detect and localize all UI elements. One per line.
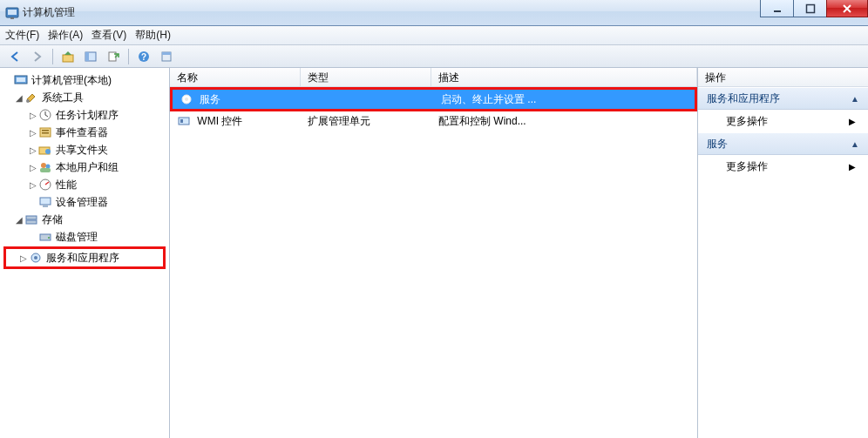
client-area: 计算机管理(本地) ◢ 系统工具 ▷ 任务计划程序 ▷ 事件查看器 ▷ 共享文件 [0,68,868,438]
help-button[interactable]: ? [134,48,153,65]
toolbar: ? [0,45,868,68]
actions-group-services[interactable]: 服务 ▲ [698,132,868,155]
svg-rect-18 [42,130,49,131]
tree-disk-management[interactable]: 磁盘管理 [2,228,167,246]
actions-group-services-apps[interactable]: 服务和应用程序 ▲ [698,87,868,110]
tree-storage[interactable]: ◢ 存储 [2,211,167,228]
performance-icon [38,178,52,192]
list-header: 名称 类型 描述 [170,68,697,87]
tree-event-viewer[interactable]: ▷ 事件查看器 [2,124,167,141]
properties-button[interactable] [157,48,176,65]
column-desc[interactable]: 描述 [431,68,697,86]
computer-icon [14,73,28,87]
chevron-up-icon: ▲ [851,139,859,149]
tree-device-manager[interactable]: 设备管理器 [2,193,167,211]
menu-action[interactable]: 操作(A) [48,28,83,43]
app-icon [5,6,19,20]
highlight-services-row: 服务 启动、终止并设置 ... [170,87,697,111]
svg-point-35 [185,98,188,101]
tree-label: 存储 [42,212,63,227]
tree-pane: 计算机管理(本地) ◢ 系统工具 ▷ 任务计划程序 ▷ 事件查看器 ▷ 共享文件 [0,68,170,438]
list-row-wmi[interactable]: WMI 控件 扩展管理单元 配置和控制 Wind... [170,111,697,131]
tools-icon [24,91,38,104]
expand-icon[interactable]: ▷ [28,180,38,190]
item-label: 更多操作 [726,114,768,129]
cell-text: 配置和控制 Wind... [438,115,526,127]
svg-rect-2 [10,17,14,19]
expand-icon[interactable]: ▷ [28,128,38,138]
menubar: 文件(F) 操作(A) 查看(V) 帮助(H) [0,26,868,45]
expand-icon[interactable]: ▷ [28,111,38,120]
svg-rect-4 [806,4,814,12]
submenu-arrow-icon: ▶ [849,117,856,126]
tree-shared-folders[interactable]: ▷ 共享文件夹 [2,141,167,158]
svg-rect-3 [774,10,781,12]
group-label: 服务 [707,137,728,152]
event-icon [38,125,52,139]
svg-rect-5 [63,55,73,62]
storage-icon [24,212,38,226]
svg-rect-14 [17,77,25,82]
column-type[interactable]: 类型 [301,68,431,86]
menu-view[interactable]: 查看(V) [92,28,126,43]
expand-icon[interactable]: ▷ [18,253,29,263]
tree-label: 磁盘管理 [56,230,98,245]
tree-label: 计算机管理(本地) [31,73,112,88]
cell-text: 启动、终止并设置 ... [441,93,536,105]
group-label: 服务和应用程序 [707,91,780,106]
tree-label: 系统工具 [42,91,84,105]
nav-back-button[interactable] [5,48,24,65]
device-icon [38,195,52,209]
svg-rect-19 [42,132,49,134]
svg-rect-29 [26,220,37,224]
column-name[interactable]: 名称 [170,68,301,86]
cell-text: WMI 控件 [197,115,242,127]
services-icon [29,251,43,265]
tree-label: 事件查看器 [56,125,108,140]
wmi-icon [177,114,191,128]
gear-icon [180,92,193,106]
collapse-icon[interactable]: ◢ [14,93,24,103]
highlight-services-apps: ▷ 服务和应用程序 [3,246,166,269]
show-hide-tree-button[interactable] [81,48,100,65]
tree-services-apps[interactable]: ▷ 服务和应用程序 [6,249,163,266]
tree-task-scheduler[interactable]: ▷ 任务计划程序 [2,106,167,124]
expand-icon[interactable]: ▷ [28,163,38,172]
cell-text: 扩展管理单元 [308,115,370,127]
menu-file[interactable]: 文件(F) [5,28,39,43]
expand-icon[interactable]: ▷ [28,145,38,155]
window-title: 计算机管理 [23,5,75,20]
maximize-button[interactable] [793,0,826,17]
export-button[interactable] [104,48,123,65]
list-row-services[interactable]: 服务 启动、终止并设置 ... [173,90,695,109]
tree-system-tools[interactable]: ◢ 系统工具 [2,89,167,106]
item-label: 更多操作 [726,159,768,174]
close-button[interactable] [826,0,868,17]
tree-label: 共享文件夹 [56,143,108,158]
cell-text: 服务 [200,93,220,105]
svg-rect-7 [85,52,89,61]
svg-rect-28 [26,216,37,219]
navigation-tree: 计算机管理(本地) ◢ 系统工具 ▷ 任务计划程序 ▷ 事件查看器 ▷ 共享文件 [0,68,169,273]
submenu-arrow-icon: ▶ [849,162,856,172]
tree-label: 设备管理器 [56,195,108,210]
tree-root[interactable]: 计算机管理(本地) [2,71,167,89]
collapse-icon[interactable]: ◢ [14,215,24,225]
svg-rect-37 [180,119,183,123]
svg-rect-12 [162,52,171,55]
up-button[interactable] [58,48,78,65]
menu-help[interactable]: 帮助(H) [135,28,171,43]
minimize-button[interactable] [760,0,793,17]
svg-rect-36 [179,118,189,125]
tree-local-users[interactable]: ▷ 本地用户和组 [2,158,167,176]
actions-more-2[interactable]: 更多操作 ▶ [698,155,868,178]
actions-more-1[interactable]: 更多操作 ▶ [698,110,868,132]
svg-point-22 [41,163,46,168]
tree-performance[interactable]: ▷ 性能 [2,176,167,193]
tree-label: 本地用户和组 [56,160,119,175]
window-buttons [760,0,868,17]
actions-pane-header: 操作 [698,68,868,87]
nav-forward-button[interactable] [28,48,47,65]
chevron-up-icon: ▲ [851,94,859,104]
svg-point-31 [48,237,50,239]
